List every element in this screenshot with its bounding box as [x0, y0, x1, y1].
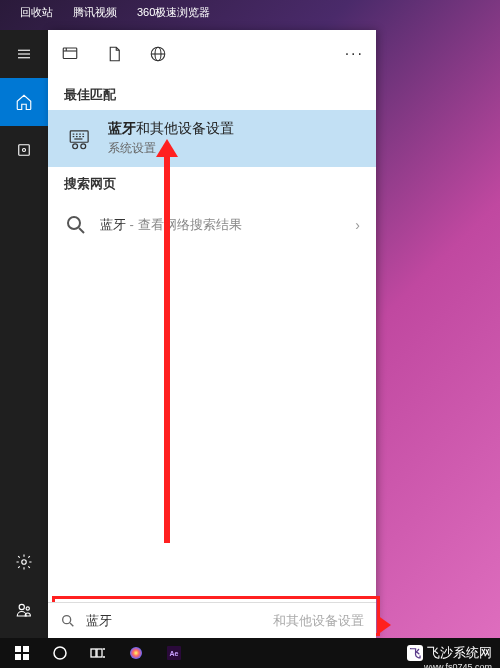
- menu-button[interactable]: [0, 30, 48, 78]
- start-button[interactable]: [4, 638, 40, 668]
- svg-rect-31: [23, 646, 29, 652]
- svg-rect-30: [15, 646, 21, 652]
- chevron-right-icon: ›: [355, 217, 360, 233]
- left-rail: [0, 30, 48, 638]
- result-subtitle: 系统设置: [108, 140, 360, 157]
- search-panel: ··· 最佳匹配 蓝牙和其他设备设置 系统设置 搜索网页 蓝牙 - 查看网络搜索…: [48, 30, 376, 638]
- tab-documents-icon[interactable]: [104, 44, 124, 64]
- best-match-header: 最佳匹配: [48, 78, 376, 110]
- annotation-arrow: [164, 155, 170, 543]
- watermark: 飞 飞沙系统网 www.fs0745.com: [407, 644, 492, 662]
- more-button[interactable]: ···: [345, 45, 364, 63]
- svg-point-6: [19, 604, 24, 609]
- svg-line-27: [79, 228, 84, 233]
- task-view-button[interactable]: [80, 638, 116, 668]
- svg-rect-8: [63, 48, 77, 59]
- result-bluetooth-settings[interactable]: 蓝牙和其他设备设置 系统设置: [48, 110, 376, 167]
- svg-point-25: [81, 143, 86, 148]
- web-result-title: 蓝牙 - 查看网络搜索结果: [100, 216, 355, 234]
- search-input[interactable]: [86, 613, 275, 628]
- result-title: 蓝牙和其他设备设置: [108, 120, 360, 138]
- svg-rect-3: [19, 145, 30, 156]
- svg-point-4: [23, 149, 26, 152]
- search-box[interactable]: 和其他设备设置: [48, 602, 376, 638]
- svg-point-7: [26, 607, 29, 610]
- svg-rect-32: [15, 654, 21, 660]
- annotation-cursor: [377, 615, 391, 635]
- web-result-item[interactable]: 蓝牙 - 查看网络搜索结果 ›: [48, 199, 376, 251]
- cortana-button[interactable]: [42, 638, 78, 668]
- svg-point-5: [22, 560, 27, 565]
- desktop-icon[interactable]: 腾讯视频: [73, 5, 117, 20]
- svg-rect-36: [97, 649, 102, 657]
- svg-point-24: [73, 143, 78, 148]
- desktop-icon[interactable]: 回收站: [20, 5, 53, 20]
- taskbar-app[interactable]: [118, 638, 154, 668]
- search-icon: [60, 613, 76, 629]
- svg-text:Ae: Ae: [170, 650, 179, 657]
- svg-line-29: [70, 623, 73, 626]
- svg-point-26: [68, 217, 80, 229]
- account-button[interactable]: [0, 586, 48, 634]
- desktop-icons: 回收站 腾讯视频 360极速浏览器: [0, 0, 500, 25]
- svg-rect-35: [91, 649, 96, 657]
- watermark-logo-icon: 飞: [407, 645, 423, 661]
- collections-button[interactable]: [0, 126, 48, 174]
- svg-point-28: [63, 615, 71, 623]
- settings-button[interactable]: [0, 538, 48, 586]
- web-search-header: 搜索网页: [48, 167, 376, 199]
- keyboard-icon: [64, 123, 96, 155]
- svg-point-39: [130, 647, 142, 659]
- filter-tabs: ···: [48, 30, 376, 78]
- search-icon: [64, 209, 88, 241]
- search-autocomplete: 和其他设备设置: [273, 612, 364, 630]
- tab-all-icon[interactable]: [60, 44, 80, 64]
- svg-point-34: [54, 647, 66, 659]
- taskbar-app-ae[interactable]: Ae: [156, 638, 192, 668]
- desktop-icon[interactable]: 360极速浏览器: [137, 5, 210, 20]
- home-button[interactable]: [0, 78, 48, 126]
- tab-web-icon[interactable]: [148, 44, 168, 64]
- svg-rect-33: [23, 654, 29, 660]
